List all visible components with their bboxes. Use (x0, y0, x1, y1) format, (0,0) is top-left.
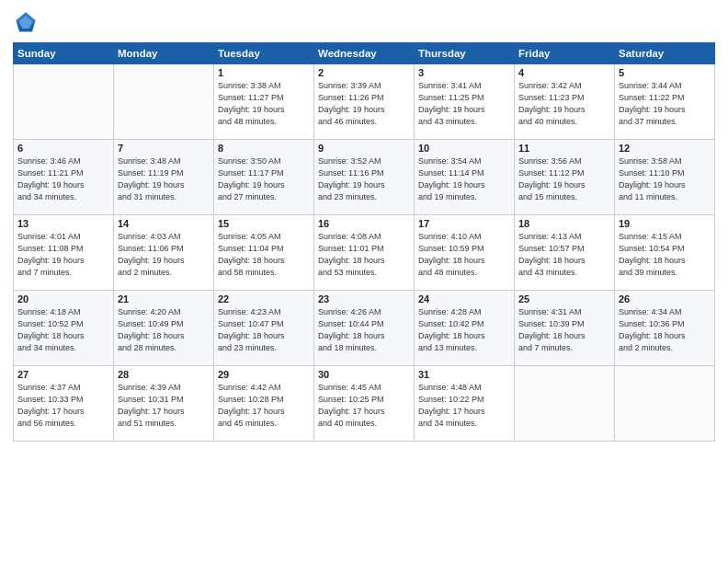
day-info: Sunrise: 3:44 AM Sunset: 11:22 PM Daylig… (619, 80, 711, 128)
day-info: Sunrise: 4:39 AM Sunset: 10:31 PM Daylig… (118, 382, 210, 430)
calendar-cell: 16Sunrise: 4:08 AM Sunset: 11:01 PM Dayl… (314, 215, 415, 291)
day-info: Sunrise: 4:48 AM Sunset: 10:22 PM Daylig… (418, 382, 510, 430)
day-number: 9 (318, 143, 410, 154)
calendar-cell: 23Sunrise: 4:26 AM Sunset: 10:44 PM Dayl… (314, 291, 415, 366)
day-info: Sunrise: 3:56 AM Sunset: 11:12 PM Daylig… (518, 155, 610, 203)
calendar-cell: 3Sunrise: 3:41 AM Sunset: 11:25 PM Dayli… (415, 64, 515, 140)
day-info: Sunrise: 4:37 AM Sunset: 10:33 PM Daylig… (17, 382, 109, 430)
logo (13, 9, 42, 35)
day-number: 31 (418, 369, 510, 380)
day-number: 23 (318, 293, 410, 304)
day-info: Sunrise: 4:23 AM Sunset: 10:47 PM Daylig… (218, 306, 310, 354)
calendar-cell: 12Sunrise: 3:58 AM Sunset: 11:10 PM Dayl… (615, 140, 715, 215)
day-info: Sunrise: 3:54 AM Sunset: 11:14 PM Daylig… (418, 155, 510, 203)
day-number: 1 (218, 67, 310, 78)
calendar-cell: 22Sunrise: 4:23 AM Sunset: 10:47 PM Dayl… (214, 291, 314, 366)
day-number: 4 (518, 67, 610, 78)
calendar-cell (14, 64, 114, 140)
day-info: Sunrise: 4:28 AM Sunset: 10:42 PM Daylig… (418, 306, 510, 354)
page-header (13, 9, 715, 35)
day-info: Sunrise: 4:10 AM Sunset: 10:59 PM Daylig… (418, 231, 510, 279)
calendar-cell (515, 366, 615, 442)
calendar-week-row: 6Sunrise: 3:46 AM Sunset: 11:21 PM Dayli… (14, 140, 715, 215)
calendar-cell (114, 64, 214, 140)
day-number: 20 (17, 293, 109, 304)
calendar-cell: 1Sunrise: 3:38 AM Sunset: 11:27 PM Dayli… (214, 64, 314, 140)
day-info: Sunrise: 4:15 AM Sunset: 10:54 PM Daylig… (619, 231, 711, 279)
weekday-header: Tuesday (214, 43, 314, 64)
day-number: 13 (17, 218, 109, 229)
day-info: Sunrise: 3:50 AM Sunset: 11:17 PM Daylig… (218, 155, 310, 203)
day-info: Sunrise: 4:18 AM Sunset: 10:52 PM Daylig… (17, 306, 109, 354)
calendar-cell: 26Sunrise: 4:34 AM Sunset: 10:36 PM Dayl… (615, 291, 715, 366)
day-number: 17 (418, 218, 510, 229)
calendar-cell: 19Sunrise: 4:15 AM Sunset: 10:54 PM Dayl… (615, 215, 715, 291)
day-number: 27 (17, 369, 109, 380)
day-number: 25 (518, 293, 610, 304)
weekday-header: Wednesday (314, 43, 415, 64)
day-info: Sunrise: 4:34 AM Sunset: 10:36 PM Daylig… (619, 306, 711, 354)
day-info: Sunrise: 3:48 AM Sunset: 11:19 PM Daylig… (118, 155, 210, 203)
calendar-cell: 9Sunrise: 3:52 AM Sunset: 11:16 PM Dayli… (314, 140, 415, 215)
day-info: Sunrise: 4:03 AM Sunset: 11:06 PM Daylig… (118, 231, 210, 279)
day-number: 6 (17, 143, 109, 154)
day-info: Sunrise: 3:41 AM Sunset: 11:25 PM Daylig… (418, 80, 510, 128)
calendar-cell: 30Sunrise: 4:45 AM Sunset: 10:25 PM Dayl… (314, 366, 415, 442)
calendar-week-row: 1Sunrise: 3:38 AM Sunset: 11:27 PM Dayli… (14, 64, 715, 140)
day-number: 12 (619, 143, 711, 154)
day-number: 18 (518, 218, 610, 229)
weekday-header: Thursday (415, 43, 515, 64)
day-number: 5 (619, 67, 711, 78)
day-info: Sunrise: 3:52 AM Sunset: 11:16 PM Daylig… (318, 155, 410, 203)
day-info: Sunrise: 4:26 AM Sunset: 10:44 PM Daylig… (318, 306, 410, 354)
calendar-cell: 15Sunrise: 4:05 AM Sunset: 11:04 PM Dayl… (214, 215, 314, 291)
day-number: 14 (118, 218, 210, 229)
calendar-cell: 25Sunrise: 4:31 AM Sunset: 10:39 PM Dayl… (515, 291, 615, 366)
weekday-header: Monday (114, 43, 214, 64)
day-number: 22 (218, 293, 310, 304)
day-number: 3 (418, 67, 510, 78)
logo-icon (13, 9, 39, 35)
day-info: Sunrise: 4:08 AM Sunset: 11:01 PM Daylig… (318, 231, 410, 279)
calendar-cell (615, 366, 715, 442)
day-number: 28 (118, 369, 210, 380)
day-number: 24 (418, 293, 510, 304)
day-info: Sunrise: 3:46 AM Sunset: 11:21 PM Daylig… (17, 155, 109, 203)
calendar-cell: 4Sunrise: 3:42 AM Sunset: 11:23 PM Dayli… (515, 64, 615, 140)
day-number: 19 (619, 218, 711, 229)
calendar-week-row: 27Sunrise: 4:37 AM Sunset: 10:33 PM Dayl… (14, 366, 715, 442)
calendar-cell: 8Sunrise: 3:50 AM Sunset: 11:17 PM Dayli… (214, 140, 314, 215)
calendar-header-row: SundayMondayTuesdayWednesdayThursdayFrid… (14, 43, 715, 64)
day-info: Sunrise: 4:01 AM Sunset: 11:08 PM Daylig… (17, 231, 109, 279)
day-number: 8 (218, 143, 310, 154)
calendar-cell: 6Sunrise: 3:46 AM Sunset: 11:21 PM Dayli… (14, 140, 114, 215)
day-number: 21 (118, 293, 210, 304)
calendar-cell: 10Sunrise: 3:54 AM Sunset: 11:14 PM Dayl… (415, 140, 515, 215)
day-number: 16 (318, 218, 410, 229)
weekday-header: Sunday (14, 43, 114, 64)
day-info: Sunrise: 3:58 AM Sunset: 11:10 PM Daylig… (619, 155, 711, 203)
day-number: 7 (118, 143, 210, 154)
day-info: Sunrise: 3:39 AM Sunset: 11:26 PM Daylig… (318, 80, 410, 128)
day-number: 15 (218, 218, 310, 229)
calendar-cell: 31Sunrise: 4:48 AM Sunset: 10:22 PM Dayl… (415, 366, 515, 442)
day-number: 11 (518, 143, 610, 154)
day-number: 2 (318, 67, 410, 78)
calendar-cell: 11Sunrise: 3:56 AM Sunset: 11:12 PM Dayl… (515, 140, 615, 215)
weekday-header: Saturday (615, 43, 715, 64)
day-info: Sunrise: 4:20 AM Sunset: 10:49 PM Daylig… (118, 306, 210, 354)
day-info: Sunrise: 3:42 AM Sunset: 11:23 PM Daylig… (518, 80, 610, 128)
calendar-cell: 7Sunrise: 3:48 AM Sunset: 11:19 PM Dayli… (114, 140, 214, 215)
calendar-cell: 17Sunrise: 4:10 AM Sunset: 10:59 PM Dayl… (415, 215, 515, 291)
day-info: Sunrise: 4:05 AM Sunset: 11:04 PM Daylig… (218, 231, 310, 279)
day-number: 10 (418, 143, 510, 154)
calendar-cell: 5Sunrise: 3:44 AM Sunset: 11:22 PM Dayli… (615, 64, 715, 140)
calendar-cell: 28Sunrise: 4:39 AM Sunset: 10:31 PM Dayl… (114, 366, 214, 442)
calendar-cell: 27Sunrise: 4:37 AM Sunset: 10:33 PM Dayl… (14, 366, 114, 442)
day-number: 29 (218, 369, 310, 380)
day-info: Sunrise: 4:31 AM Sunset: 10:39 PM Daylig… (518, 306, 610, 354)
calendar-cell: 24Sunrise: 4:28 AM Sunset: 10:42 PM Dayl… (415, 291, 515, 366)
day-number: 30 (318, 369, 410, 380)
day-number: 26 (619, 293, 711, 304)
calendar-cell: 29Sunrise: 4:42 AM Sunset: 10:28 PM Dayl… (214, 366, 314, 442)
